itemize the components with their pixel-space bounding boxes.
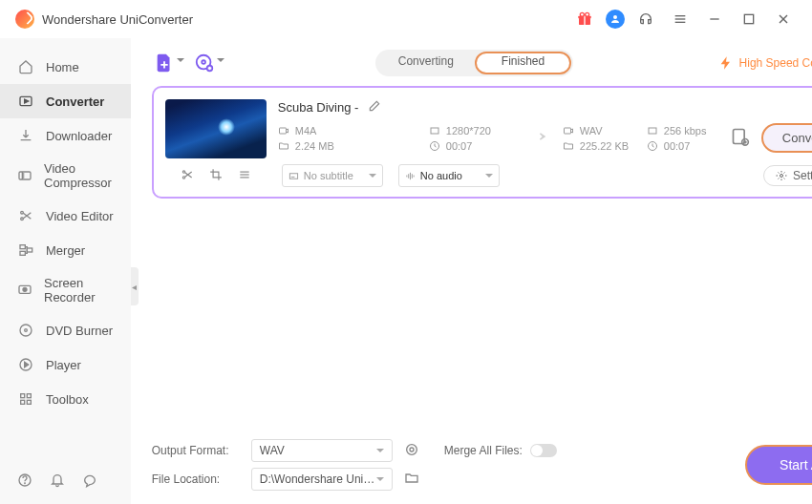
sidebar-item-label: Downloader — [46, 129, 112, 143]
sidebar-item-label: Merger — [46, 243, 85, 258]
svg-point-44 — [182, 170, 184, 172]
subtitle-select[interactable]: No subtitle — [282, 164, 383, 187]
settings-label: Settings — [793, 169, 812, 182]
svg-point-53 — [410, 448, 414, 452]
home-icon — [17, 58, 34, 75]
svg-point-52 — [406, 444, 417, 454]
video-thumbnail[interactable] — [165, 99, 267, 158]
close-button[interactable] — [776, 11, 791, 27]
output-format-select[interactable]: WAV — [251, 439, 393, 462]
svg-rect-40 — [649, 128, 656, 134]
svg-point-3 — [580, 12, 584, 16]
sidebar-item-label: DVD Burner — [46, 324, 113, 338]
clock-icon — [429, 140, 440, 152]
src-format: M4A — [295, 125, 317, 136]
disc-icon — [17, 322, 34, 339]
src-resolution: 1280*720 — [446, 125, 491, 136]
sidebar-item-home[interactable]: Home — [0, 50, 131, 84]
svg-rect-36 — [279, 128, 286, 134]
play-icon — [17, 356, 34, 373]
converter-icon — [17, 93, 34, 110]
resolution-icon — [429, 125, 440, 136]
audio-value: No audio — [420, 170, 462, 181]
grid-icon — [17, 390, 34, 408]
add-file-button[interactable] — [152, 51, 177, 75]
sidebar-item-label: Home — [46, 60, 79, 74]
conversion-tabs: Converting Finished — [375, 50, 573, 76]
settings-button[interactable]: Settings — [763, 165, 812, 186]
merge-toggle[interactable] — [530, 444, 557, 457]
svg-rect-49 — [289, 173, 297, 178]
svg-rect-20 — [27, 248, 32, 252]
svg-point-5 — [613, 15, 617, 19]
sidebar-item-label: Converter — [46, 94, 104, 109]
sidebar-item-downloader[interactable]: Downloader — [0, 118, 131, 153]
bolt-icon — [718, 55, 734, 71]
sidebar-item-dvd[interactable]: DVD Burner — [0, 313, 131, 347]
svg-rect-19 — [20, 251, 25, 255]
crop-icon[interactable] — [209, 168, 223, 184]
compressor-icon — [17, 167, 32, 184]
maximize-button[interactable] — [741, 11, 757, 27]
file-location-label: File Location: — [152, 472, 244, 486]
recorder-icon — [17, 282, 32, 299]
sidebar-item-merger[interactable]: Merger — [0, 233, 131, 267]
svg-rect-2 — [584, 16, 585, 25]
subtitle-value: No subtitle — [304, 170, 353, 181]
sidebar-item-editor[interactable]: Video Editor — [0, 199, 131, 233]
sidebar-item-label: Player — [46, 358, 81, 372]
svg-point-22 — [23, 287, 27, 291]
sidebar-item-label: Screen Recorder — [44, 276, 114, 304]
add-disc-button[interactable] — [192, 51, 217, 75]
sidebar-item-label: Video Editor — [46, 209, 114, 223]
high-speed-label: High Speed Conversion — [739, 56, 812, 70]
file-location-value: D:\Wondershare UniConverter — [260, 472, 376, 486]
trim-icon[interactable] — [181, 168, 194, 184]
folder-icon — [563, 140, 574, 152]
sidebar-collapse-handle[interactable]: ◂ — [131, 267, 139, 305]
high-speed-toggle[interactable]: High Speed Conversion — [718, 55, 812, 71]
bell-icon[interactable] — [50, 472, 65, 491]
video-icon — [563, 125, 574, 136]
sidebar-item-recorder[interactable]: Screen Recorder — [0, 267, 131, 313]
sidebar-item-label: Toolbox — [46, 392, 89, 407]
svg-point-16 — [21, 211, 24, 214]
subtitle-icon — [288, 171, 299, 181]
format-gear-icon[interactable] — [731, 127, 750, 149]
app-logo — [15, 10, 34, 29]
output-format-label: Output Format: — [152, 444, 244, 457]
svg-point-23 — [20, 325, 32, 336]
sidebar-item-player[interactable]: Player — [0, 347, 131, 382]
svg-point-34 — [202, 60, 205, 64]
sidebar-item-converter[interactable]: Converter — [0, 84, 131, 118]
output-settings-icon[interactable] — [404, 442, 419, 460]
tab-finished[interactable]: Finished — [475, 52, 571, 74]
gift-icon[interactable] — [577, 11, 592, 27]
feedback-icon[interactable] — [82, 472, 97, 491]
svg-marker-14 — [25, 99, 29, 103]
sidebar: Home Converter Downloader Video Compress… — [0, 38, 131, 504]
convert-button[interactable]: Convert — [761, 123, 812, 153]
src-size: 2.24 MB — [295, 140, 334, 152]
merger-icon — [17, 242, 34, 259]
open-folder-icon[interactable] — [404, 471, 419, 489]
tab-converting[interactable]: Converting — [377, 52, 475, 74]
sidebar-item-compressor[interactable]: Video Compressor — [0, 153, 131, 199]
dst-size: 225.22 KB — [580, 140, 629, 152]
sidebar-item-toolbox[interactable]: Toolbox — [0, 382, 131, 416]
sidebar-item-label: Video Compressor — [44, 161, 114, 190]
audio-select[interactable]: No audio — [398, 164, 500, 187]
support-icon[interactable] — [638, 11, 653, 27]
minimize-button[interactable] — [707, 11, 722, 27]
start-all-button[interactable]: Start All — [745, 445, 812, 485]
svg-rect-28 — [27, 394, 31, 398]
titlebar: Wondershare UniConverter — [0, 0, 812, 38]
help-icon[interactable] — [17, 472, 32, 491]
more-icon[interactable] — [238, 168, 251, 184]
file-location-select[interactable]: D:\Wondershare UniConverter — [251, 468, 393, 491]
hamburger-menu-icon[interactable] — [673, 11, 688, 27]
merge-label: Merge All Files: — [444, 444, 523, 457]
dst-duration: 00:07 — [664, 140, 691, 152]
edit-name-icon[interactable] — [368, 99, 381, 116]
user-avatar[interactable] — [606, 10, 625, 29]
